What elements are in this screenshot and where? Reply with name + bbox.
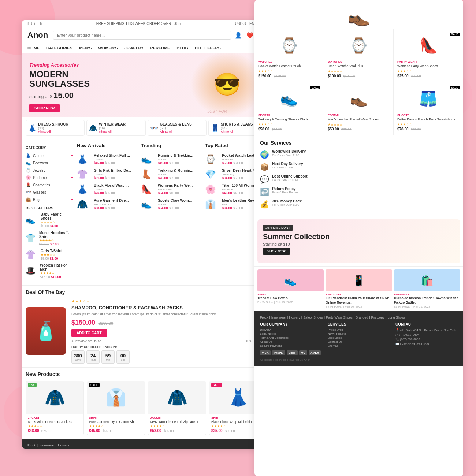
instagram-icon[interactable]: in: [34, 22, 38, 26]
product-item[interactable]: 👠 Womens Party We... Party Wear $54.00 $…: [141, 183, 203, 195]
sidebar-cosmetics[interactable]: 💄Cosmetics +: [26, 181, 73, 189]
footer-link[interactable]: Innerwear: [40, 443, 54, 447]
wishlist-icon[interactable]: ❤️: [246, 32, 254, 39]
sidebar-clothes[interactable]: 👗Clothes +: [26, 152, 73, 159]
product-item[interactable]: 👗 Relaxed Short Full ... Clothes $45.00 …: [77, 153, 139, 165]
bestseller-item[interactable]: 👕 Men's Hoodies T-Shirt ★★★★☆ $17.00 $7.…: [26, 231, 73, 246]
category-winter-showall[interactable]: Show All: [99, 130, 126, 134]
new-product-card[interactable]: 👔 SALE SHIRT Pure Garment Dyed Cotton Sh…: [87, 381, 145, 435]
blog-card[interactable]: 👟 Shoes Trends: How Battle. By Mr Selsa …: [257, 269, 324, 308]
hero-shop-now-button[interactable]: SHOP NOW: [29, 104, 60, 112]
rp-footer-prices[interactable]: Prices Drop: [328, 328, 390, 331]
rp-product-cell[interactable]: 👞 FORMAL Men's Leather Formal Wear Shoes…: [324, 82, 394, 136]
sidebar-glasses[interactable]: 👓Glasses +: [26, 189, 73, 196]
rp-footer-payment[interactable]: Secure Payment: [260, 344, 322, 347]
rp-price-old: $65.00: [341, 127, 352, 131]
deal-price-new: $150.00: [71, 319, 95, 326]
rp-product-cell[interactable]: ⌚ WATCHES Pocket Watch Leather Pouch ★★★…: [254, 29, 324, 82]
nav-perfume[interactable]: PERFUME: [150, 46, 170, 50]
rp-product-cell[interactable]: 👟 SALE SPORTS Trekking & Running Shoes -…: [254, 82, 324, 136]
rp-footer-legal[interactable]: Legal Notice: [260, 332, 322, 335]
rp-price-old: $30.00: [411, 74, 421, 78]
rp-price-old: $170.00: [274, 74, 286, 78]
nav-womens[interactable]: WOMEN'S: [98, 46, 118, 50]
logo[interactable]: Anon: [27, 30, 49, 40]
sidebar-jewelry[interactable]: 💍Jewelry +: [26, 167, 73, 174]
currency-selector[interactable]: USD $: [235, 22, 246, 26]
category-winter[interactable]: 🧥 WINTER WEAR (16) Show All: [86, 120, 145, 136]
nav-mens[interactable]: MEN'S: [79, 46, 92, 50]
linkedin-icon[interactable]: li: [40, 22, 42, 26]
rp-footer-best-sales[interactable]: Best Sales: [328, 336, 390, 339]
add-to-cart-button[interactable]: ADD TO CART: [71, 329, 107, 337]
price-new: $45.00: [89, 429, 100, 433]
footer-link[interactable]: Firstcopy: [371, 316, 385, 319]
rp-footer-contact[interactable]: Contact Us: [328, 340, 390, 343]
new-product-card[interactable]: 🧥 JACKET MEN Yarn Fleece Full-Zip Jacket…: [148, 381, 206, 435]
footer-link[interactable]: Safety Shoes: [303, 316, 323, 319]
new-product-card[interactable]: 🧥 15% JACKET Mens Winter Leathers Jacket…: [26, 381, 84, 435]
footer-link[interactable]: Party Wear Shoes: [326, 316, 353, 319]
footer-link-branded[interactable]: Branded: [356, 316, 368, 319]
category-shorts-showall[interactable]: Show All: [221, 130, 253, 134]
product-item[interactable]: 🧥 Pure Garment Dye... Mens Fashion $68.0…: [77, 198, 139, 210]
new-product-image: 🧥 15%: [26, 381, 83, 414]
rp-product-cell[interactable]: ⌚ WATCHES Smart Watche Vital Plus ★★★★☆ …: [324, 29, 394, 82]
product-item[interactable]: 👟 Running & Trekkin... Sports $49.00 $55…: [141, 153, 203, 165]
rp-product-stars: ★★★☆☆: [258, 123, 320, 126]
user-icon[interactable]: 👤: [235, 32, 242, 39]
rp-paypal-icon: PayPal: [272, 350, 285, 355]
category-dress-count: (33): [38, 126, 68, 130]
nav-blog[interactable]: BLOG: [176, 46, 188, 50]
product-item[interactable]: 👟 Sports Claw Wom... Sports $54.00 $65.0…: [141, 198, 203, 210]
rp-product-cell[interactable]: 🩳 SALE SHORTS Better Basics French Terry…: [394, 82, 463, 136]
category-glasses[interactable]: 👓 GLASSES & LENS (58) Show All: [148, 120, 207, 136]
footer-link[interactable]: Long Shoae: [387, 316, 405, 319]
footer-link[interactable]: Hosiery: [289, 316, 300, 319]
rp-footer-terms[interactable]: Terms And Conditions: [260, 336, 322, 339]
nav-jewelry[interactable]: JEWELRY: [124, 46, 144, 50]
rp-footer-sitemap[interactable]: Sitemap: [328, 344, 390, 347]
rp-product-stars: ★★★☆☆: [397, 70, 460, 73]
rp-product-stars: ★★★☆☆: [397, 123, 460, 126]
bestseller-item[interactable]: 👚 Girls T-Shirt ★★★☆☆ $5.00 $3.00: [26, 249, 73, 260]
products-columns: New Arrivals 👗 Relaxed Short Full ... Cl…: [77, 143, 267, 213]
product-item[interactable]: 👚 Girls Pnk Embro De... Clothes $61.00 $…: [77, 168, 139, 180]
bestseller-item[interactable]: 🎩 Woolen Hat For Men ★★★★★ $15.00 $12.00: [26, 263, 73, 279]
footer-link[interactable]: Hosiery: [58, 443, 69, 447]
product-item[interactable]: 👗 Black Floral Wrap ... Clothes $76.00 $…: [77, 183, 139, 195]
nav-hot-offers[interactable]: HOT OFFERS: [195, 46, 221, 50]
sidebar-footwear[interactable]: 👟Footwear +: [26, 159, 73, 167]
summer-shop-now-button[interactable]: SHOP NOW: [263, 248, 290, 255]
rp-price-new: $25.00: [397, 74, 409, 78]
category-dress[interactable]: 👗 DRESS & FROCK (33) Show All: [26, 120, 85, 136]
category-dress-showall[interactable]: Show All: [38, 130, 68, 134]
product-item[interactable]: 👢 Trekking & Runnin... Sports $78.00 $89…: [141, 168, 203, 180]
nav-home[interactable]: HOME: [27, 46, 40, 50]
sidebar-perfume[interactable]: 🌸Perfume +: [26, 174, 73, 181]
category-shorts-name: SHORTS & JEANS: [221, 122, 253, 126]
blog-card[interactable]: 📱 Electronics EBT vendors: Claim Your Sh…: [326, 269, 392, 308]
rp-product-cell[interactable]: 👠 SALE PARTY WEAR Womens Party Wear Shoe…: [394, 29, 463, 82]
bestseller-item[interactable]: 👟 Baby Fabric Shoes ★★★★☆ $5.00 $4.00: [26, 212, 73, 228]
rp-footer-new-products[interactable]: New Products: [328, 332, 390, 335]
product-stars: ★★★★☆: [150, 424, 204, 428]
category-glasses-name: GLASSES & LENS: [160, 122, 192, 126]
rp-footer-delivery[interactable]: Delivery: [260, 328, 322, 331]
sidebar-bags[interactable]: 👜Bags +: [26, 196, 73, 203]
facebook-icon[interactable]: f: [27, 22, 29, 26]
search-input[interactable]: [53, 31, 231, 40]
product-price-row: $48.00 $75.00: [28, 428, 82, 433]
rp-product-name: Better Basics French Terry Sweatshorts: [397, 118, 460, 122]
product-name: MEN Yarn Fleece Full-Zip Jacket: [150, 420, 204, 424]
rp-footer-about[interactable]: About Us: [260, 340, 322, 343]
footer-link[interactable]: Innerwear: [271, 316, 286, 319]
footer-link[interactable]: Frock: [260, 316, 268, 319]
blog-card[interactable]: 🛍️ Electronics Curbside fashion Trends: …: [394, 269, 460, 308]
twitter-icon[interactable]: t: [31, 22, 32, 26]
hours-label: Hours: [90, 358, 97, 361]
category-glasses-showall[interactable]: Show All: [160, 130, 192, 134]
footer-link[interactable]: Frock: [27, 443, 36, 447]
nav-categories[interactable]: CATEGORIES: [46, 46, 72, 50]
rp-footer-links: Frock | Innerwear | Hosiery | Safety Sho…: [260, 316, 458, 319]
